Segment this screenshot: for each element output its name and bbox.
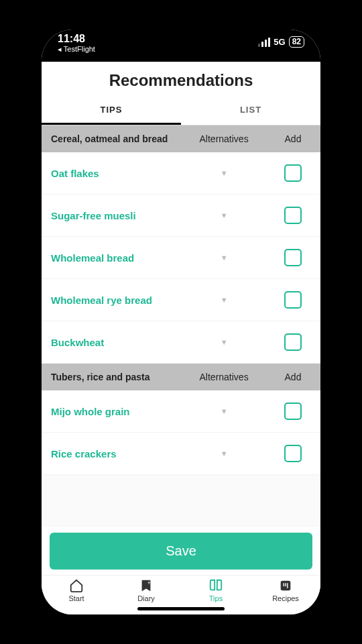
section-title: Tubers, rice and pasta (51, 372, 173, 382)
add-checkbox[interactable] (284, 333, 302, 351)
chevron-down-icon[interactable]: ▼ (173, 169, 275, 177)
home-icon (68, 578, 84, 593)
section-header: Tubers, rice and pasta Alternatives Add (42, 364, 320, 390)
svg-text:+: + (147, 580, 151, 586)
add-checkbox[interactable] (284, 291, 302, 309)
section-header: Cereal, oatmeal and bread Alternatives A… (42, 125, 320, 152)
col-alternatives: Alternatives (173, 372, 275, 382)
chevron-down-icon[interactable]: ▼ (173, 254, 275, 262)
add-checkbox[interactable] (284, 164, 302, 182)
list-item[interactable]: Oat flakes ▼ (42, 152, 320, 195)
nav-label: Start (68, 594, 84, 602)
battery-label: 82 (289, 36, 304, 48)
tab-list[interactable]: LIST (181, 97, 320, 125)
nav-recipes[interactable]: Recipes (251, 578, 320, 602)
book-icon (208, 578, 224, 593)
network-label: 5G (274, 37, 285, 47)
page-title: Recommendations (42, 71, 320, 90)
nav-label: Tips (209, 594, 223, 602)
content-scroll[interactable]: Cereal, oatmeal and bread Alternatives A… (42, 125, 320, 527)
chevron-down-icon[interactable]: ▼ (173, 449, 275, 458)
list-item[interactable]: Sugar-free muesli ▼ (42, 195, 320, 237)
home-indicator[interactable] (137, 607, 225, 610)
col-add: Add (275, 372, 311, 382)
list-item[interactable]: Rice crackers ▼ (42, 433, 320, 475)
item-name: Rice crackers (51, 448, 173, 460)
tab-tips[interactable]: TIPS (42, 97, 181, 125)
item-name: Mijo whole grain (51, 406, 173, 417)
add-checkbox[interactable] (284, 445, 302, 462)
col-alternatives: Alternatives (173, 133, 275, 144)
item-name: Wholemeal bread (51, 252, 173, 264)
list-item[interactable]: Buckwheat ▼ (42, 321, 320, 364)
chevron-down-icon[interactable]: ▼ (173, 296, 275, 304)
list-item[interactable]: Wholemeal rye bread ▼ (42, 279, 320, 321)
header: Recommendations (42, 62, 320, 97)
chevron-down-icon[interactable]: ▼ (173, 407, 275, 415)
nav-tips[interactable]: Tips (181, 578, 251, 602)
section-title: Cereal, oatmeal and bread (51, 133, 173, 144)
signal-icon (258, 38, 270, 47)
add-checkbox[interactable] (284, 249, 302, 266)
add-checkbox[interactable] (284, 207, 302, 224)
col-add: Add (275, 133, 311, 144)
list-item[interactable]: Mijo whole grain ▼ (42, 390, 320, 433)
chevron-down-icon[interactable]: ▼ (173, 338, 275, 346)
status-back-app[interactable]: ◂ TestFlight (58, 46, 95, 53)
nav-label: Recipes (272, 594, 299, 602)
nav-label: Diary (137, 594, 155, 602)
item-name: Oat flakes (51, 168, 173, 179)
item-name: Wholemeal rye bread (51, 294, 173, 306)
item-name: Buckwheat (51, 337, 173, 348)
tab-bar: TIPS LIST (42, 97, 320, 125)
item-name: Sugar-free muesli (51, 210, 173, 221)
nav-diary[interactable]: + Diary (111, 578, 181, 602)
bookmark-icon: + (138, 578, 154, 593)
utensils-icon (278, 578, 294, 593)
status-time: 11:48 (58, 34, 95, 44)
chevron-down-icon[interactable]: ▼ (173, 211, 275, 219)
add-checkbox[interactable] (284, 402, 302, 420)
save-button[interactable]: Save (50, 533, 312, 570)
list-item[interactable]: Wholemeal bread ▼ (42, 237, 320, 279)
nav-start[interactable]: Start (42, 578, 111, 602)
